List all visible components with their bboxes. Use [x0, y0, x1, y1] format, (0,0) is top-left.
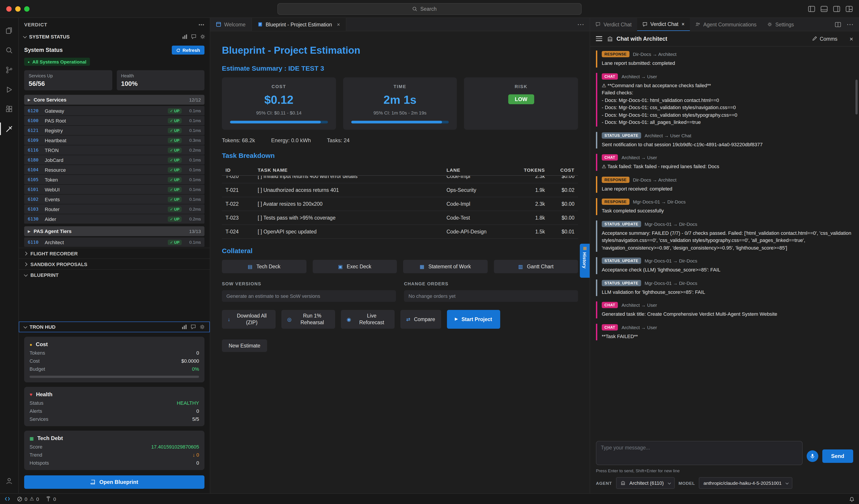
close-window-button[interactable] — [6, 6, 12, 11]
action-button[interactable]: ↓ Download All (ZIP) — [222, 310, 275, 329]
chat-message[interactable]: CHAT Architect → User **Task FAILED** — [596, 323, 852, 340]
service-row[interactable]: 6120 Gateway ✓ UP 0.1ms — [24, 106, 205, 116]
mic-button[interactable] — [807, 450, 818, 462]
service-row[interactable]: 6100 PAS Root ✓ UP 0.1ms — [24, 116, 205, 125]
service-row[interactable]: 6130 Aider ✓ UP 0.2ms — [24, 214, 205, 224]
menu-icon[interactable] — [596, 36, 602, 41]
new-estimate-button[interactable]: New Estimate — [222, 339, 267, 352]
chat-message[interactable]: CHAT Architect → User ⚠ **Command ran bu… — [596, 73, 852, 126]
service-row[interactable]: 6109 Heartbeat ✓ UP 0.3ms — [24, 136, 205, 145]
close-tab-icon[interactable]: × — [337, 21, 340, 28]
chat-message[interactable]: CHAT Architect → User Generated task tit… — [596, 302, 852, 318]
service-row[interactable]: 6116 TRON ✓ UP 0.2ms — [24, 146, 205, 155]
command-center-search[interactable] — [277, 3, 582, 15]
remote-indicator[interactable] — [4, 496, 10, 502]
message-input[interactable] — [596, 441, 802, 465]
core-services-header[interactable]: ▶ Core Services 12/12 — [24, 95, 205, 105]
agent-row[interactable]: 6110 Architect ✓ UP 0.1ms — [24, 238, 205, 247]
open-blueprint-button[interactable]: Open Blueprint — [24, 475, 205, 489]
section-sandbox-proposals[interactable]: SANDBOX PROPOSALS — [19, 259, 210, 269]
tab-verdict-chat-2[interactable]: Verdict Chat × — [637, 18, 690, 31]
section-system-status[interactable]: SYSTEM STATUS — [19, 31, 210, 42]
notifications-bell-icon[interactable] — [849, 496, 855, 502]
chat-message[interactable]: RESPONSE Mgr-Docs-01 → Dir-Docs Task com… — [596, 198, 852, 215]
search-input[interactable] — [420, 6, 447, 11]
tab-settings[interactable]: Settings — [762, 18, 799, 31]
verdict-extension-icon[interactable] — [0, 119, 18, 139]
chat-message[interactable]: STATUS_UPDATE Mgr-Docs-01 → Dir-Docs Acc… — [596, 220, 852, 252]
table-row[interactable]: T-024 [ ] OpenAPI spec updated Code-API-… — [222, 225, 578, 239]
toggle-sidebar-icon[interactable] — [808, 5, 815, 12]
start-project-button[interactable]: ▶ Start Project — [447, 310, 500, 329]
maximize-window-button[interactable] — [24, 6, 30, 11]
comment-mini-icon[interactable] — [191, 324, 196, 330]
search-sidebar-icon[interactable] — [0, 40, 18, 60]
tab-agent-communications[interactable]: Agent Communications — [690, 18, 762, 31]
run-debug-icon[interactable] — [0, 80, 18, 99]
comment-mini-icon[interactable] — [191, 34, 196, 39]
service-row[interactable]: 6105 Token ✓ UP 0.1ms — [24, 175, 205, 184]
problems-indicator[interactable]: 0 ⚠ 0 — [17, 496, 39, 502]
section-blueprint[interactable]: BLUEPRINT — [19, 269, 210, 280]
service-row[interactable]: 6121 Registry ✓ UP 0.1ms — [24, 126, 205, 135]
minimize-window-button[interactable] — [15, 6, 20, 11]
section-tron-hud[interactable]: TRON HUD — [19, 322, 210, 332]
table-row[interactable]: T-023 [ ] Tests pass with >95% coverage … — [222, 211, 578, 225]
welcome-tab-icon — [216, 22, 221, 27]
action-button[interactable]: ◎ Run 1% Rehearsal — [282, 310, 335, 329]
task-cost: $0.00 — [545, 201, 574, 207]
refresh-button[interactable]: Refresh — [172, 46, 205, 55]
extensions-icon[interactable] — [0, 99, 18, 119]
service-row[interactable]: 6102 Events ✓ UP 0.1ms — [24, 195, 205, 204]
model-select[interactable]: anthropic/claude-haiku-4-5-20251001 — [699, 477, 792, 489]
chart-mini-icon[interactable] — [182, 34, 187, 39]
collateral-button[interactable]: ▤ Tech Deck — [222, 260, 306, 273]
table-row[interactable]: T-022 [ ] Avatar resizes to 200x200 Code… — [222, 197, 578, 211]
table-row[interactable]: T-021 [ ] Unauthorized access returns 40… — [222, 183, 578, 197]
chat-message[interactable]: STATUS_UPDATE Architect → User Chat Sent… — [596, 132, 852, 149]
collateral-button[interactable]: ▥ Gantt Chart — [494, 260, 578, 273]
close-panel-icon[interactable]: × — [849, 35, 853, 42]
message-body: **Task FAILED** — [602, 333, 852, 340]
chat-message[interactable]: RESPONSE Dir-Docs → Architect Lane repor… — [596, 176, 852, 193]
customize-layout-icon[interactable] — [846, 5, 853, 12]
service-row[interactable]: 6104 Resource ✓ UP 0.1ms — [24, 165, 205, 174]
action-button[interactable]: ⇄ Compare — [401, 310, 441, 329]
source-control-icon[interactable] — [0, 60, 18, 80]
section-flight-recorder[interactable]: FLIGHT RECORDER — [19, 248, 210, 259]
gear-mini-icon[interactable] — [200, 34, 205, 39]
close-tab-icon[interactable]: × — [682, 21, 684, 27]
chat-message[interactable]: RESPONSE Dir-Docs → Architect Lane repor… — [596, 50, 852, 67]
table-row[interactable]: T-020 [ ] Invalid input returns 400 with… — [222, 176, 578, 183]
task-lane: Code-Test — [447, 215, 514, 220]
panel-more-icon[interactable]: ⋯ — [846, 20, 854, 29]
service-row[interactable]: 6101 WebUI ✓ UP 0.1ms — [24, 185, 205, 194]
toggle-panel-icon[interactable] — [820, 5, 828, 12]
gear-mini-icon[interactable] — [199, 324, 205, 330]
action-button[interactable]: ◉ Live Reforecast — [341, 310, 395, 329]
toggle-secondary-sidebar-icon[interactable] — [833, 5, 840, 12]
ports-indicator[interactable]: 0 — [46, 496, 56, 502]
split-editor-icon[interactable] — [835, 22, 841, 27]
sidebar-more-icon[interactable]: ⋯ — [198, 21, 205, 28]
chat-message[interactable]: STATUS_UPDATE Mgr-Docs-01 → Dir-Docs LLM… — [596, 279, 852, 296]
history-tab[interactable]: ▦ History — [580, 244, 590, 278]
service-row[interactable]: 6103 Router ✓ UP 0.2ms — [24, 204, 205, 214]
tab-blueprint-project-estimation[interactable]: Blueprint - Project Estimation × — [252, 18, 346, 31]
send-button[interactable]: Send — [822, 449, 853, 463]
collateral-button[interactable]: ▦ Statement of Work — [403, 260, 487, 273]
service-row[interactable]: 6180 JobCard ✓ UP 0.1ms — [24, 155, 205, 165]
explorer-icon[interactable] — [0, 20, 18, 40]
account-icon[interactable] — [0, 471, 18, 491]
chat-scrollbar[interactable] — [856, 80, 858, 114]
agent-select[interactable]: Architect (6110) — [616, 477, 675, 489]
tab-verdict-chat-1[interactable]: Verdict Chat — [590, 18, 637, 31]
chat-message[interactable]: STATUS_UPDATE Mgr-Docs-01 → Dir-Docs Acc… — [596, 257, 852, 274]
agent-tiers-header[interactable]: ▶ PAS Agent Tiers 13/13 — [24, 226, 205, 236]
collateral-button[interactable]: ▣ Exec Deck — [313, 260, 397, 273]
comms-button[interactable]: Comms — [812, 36, 837, 41]
chat-message[interactable]: CHAT Architect → User ⚠ Task failed: Tas… — [596, 154, 852, 171]
editor-actions-more-icon[interactable]: ⋯ — [577, 20, 584, 29]
tab-welcome[interactable]: Welcome — [210, 18, 252, 31]
chart-mini-icon[interactable] — [182, 324, 187, 330]
